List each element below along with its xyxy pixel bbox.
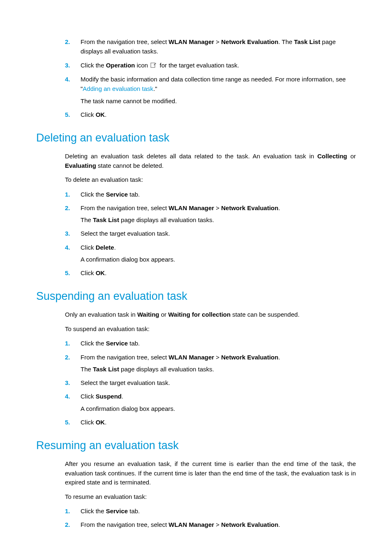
list-subtext: A confirmation dialog box appears. [81, 255, 356, 264]
list-text: Modify the basic information and data co… [81, 76, 346, 92]
list-text: Click the Service tab. [81, 508, 140, 514]
list-number: 3. [65, 229, 70, 238]
list-item: 1. Click the Service tab. [65, 338, 356, 348]
list-number: 1. [65, 506, 70, 516]
list-text: From the navigation tree, select WLAN Ma… [81, 354, 280, 361]
list-item: 2. From the navigation tree, select WLAN… [65, 203, 356, 225]
list-number: 2. [65, 203, 70, 213]
list-item: 4. Modify the basic information and data… [65, 74, 356, 106]
list-text: Click Delete. [81, 244, 116, 251]
list-item: 2. From the navigation tree, select WLAN… [65, 352, 356, 374]
list-number: 4. [65, 392, 70, 401]
top-continuation-list: 2. From the navigation tree, select WLAN… [36, 37, 356, 119]
heading-resuming: Resuming an evaluation task [36, 439, 356, 452]
list-number: 3. [65, 378, 70, 387]
list-subtext: The task name cannot be modified. [81, 96, 356, 106]
list-item: 4. Click Delete. A confirmation dialog b… [65, 243, 356, 264]
list-number: 1. [65, 338, 70, 348]
list-subtext: A confirmation dialog box appears. [81, 404, 356, 413]
list-number: 3. [65, 60, 70, 70]
list-text: Click OK. [81, 419, 106, 426]
paragraph: Only an evaluation task in Waiting or Wa… [65, 310, 356, 320]
heading-suspending: Suspending an evaluation task [36, 290, 356, 303]
list-item: 1. Click the Service tab. [65, 190, 356, 199]
paragraph: Deleting an evaluation task deletes all … [65, 152, 356, 170]
list-number: 5. [65, 417, 70, 427]
list-text: Click the Operation icon for the target … [81, 62, 239, 69]
list-text: From the navigation tree, select WLAN Ma… [81, 38, 336, 55]
list-item: 4. Click Suspend. A confirmation dialog … [65, 392, 356, 413]
list-number: 5. [65, 110, 70, 119]
list-text: From the navigation tree, select WLAN Ma… [81, 521, 280, 528]
paragraph: To suspend an evaluation task: [65, 324, 356, 334]
list-subtext: The Task List page displays all evaluati… [81, 364, 356, 374]
list-item: 2. From the navigation tree, select WLAN… [65, 37, 356, 56]
list-text: Select the target evaluation task. [81, 379, 170, 386]
list-item: 5. Click OK. [65, 417, 356, 427]
list-item: 2. From the navigation tree, select WLAN… [65, 520, 356, 533]
list-text: Click OK. [81, 111, 106, 118]
heading-deleting: Deleting an evaluation task [36, 132, 356, 144]
list-number: 4. [65, 243, 70, 252]
list-text: Click the Service tab. [81, 191, 140, 198]
paragraph: After you resume an evaluation task, if … [65, 459, 356, 487]
list-text: Click OK. [81, 269, 106, 276]
list-number: 2. [65, 37, 70, 46]
list-text: Select the target evaluation task. [81, 230, 170, 237]
list-text: From the navigation tree, select WLAN Ma… [81, 204, 280, 211]
list-number: 4. [65, 74, 70, 84]
list-text: Click the Service tab. [81, 340, 140, 347]
list-number: 2. [65, 520, 70, 529]
list-item: 3. Click the Operation icon for the targ… [65, 60, 356, 71]
list-subtext: The Task List page displays all evaluati… [81, 215, 356, 225]
list-number: 5. [65, 268, 70, 278]
list-text: Click Suspend. [81, 393, 123, 400]
list-item: 3. Select the target evaluation task. [65, 229, 356, 238]
list-number: 1. [65, 190, 70, 199]
paragraph: To resume an evaluation task: [65, 492, 356, 502]
paragraph: To delete an evaluation task: [65, 175, 356, 185]
section-resume: After you resume an evaluation task, if … [36, 459, 356, 533]
list-item: 5. Click OK. [65, 268, 356, 278]
link-adding-evaluation-task[interactable]: Adding an evaluation task [83, 85, 153, 92]
list-item: 3. Select the target evaluation task. [65, 378, 356, 387]
list-item: 1. Click the Service tab. [65, 506, 356, 516]
edit-icon [150, 61, 157, 70]
list-item: 5. Click OK. [65, 110, 356, 119]
document-page: 2. From the navigation tree, select WLAN… [0, 0, 392, 533]
list-number: 2. [65, 352, 70, 362]
section-delete: Deleting an evaluation task deletes all … [36, 152, 356, 278]
section-suspend: Only an evaluation task in Waiting or Wa… [36, 310, 356, 427]
